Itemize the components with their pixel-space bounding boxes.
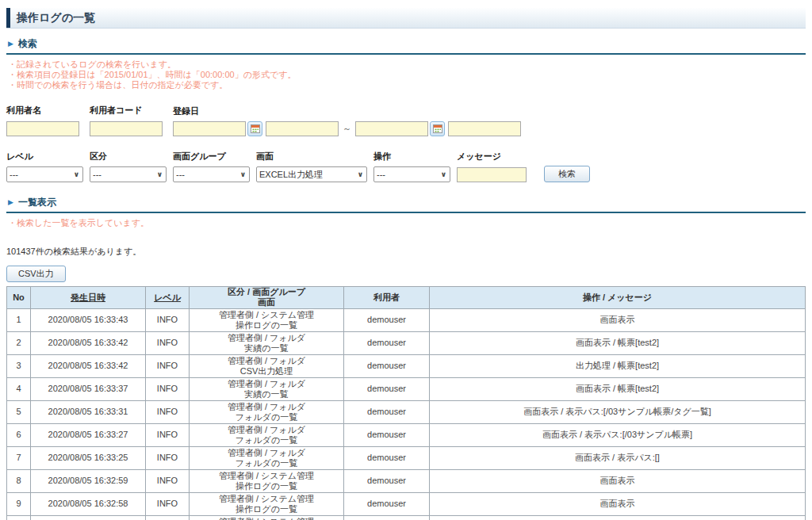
cell-user: demouser [344,308,430,331]
column-header-no: No [7,286,31,308]
cell-no: 10 [7,515,31,520]
time-from-input[interactable] [266,121,339,136]
csv-export-button[interactable]: CSV出力 [6,266,66,282]
cell-user: demouser [344,331,430,354]
cell-level: INFO [146,492,190,515]
cell-category: 管理者側 / システム管理 操作ログの一覧 [190,492,344,515]
cell-user: demouser [344,469,430,492]
page-title-text: 操作ログの一覧 [17,8,95,28]
cell-no: 2 [7,331,31,354]
date-range-separator: ～ [343,123,351,135]
note-line: ・検索した一覧を表示しています。 [8,218,806,228]
level-field: レベル --- [6,151,83,182]
message-label: メッセージ [457,151,527,162]
screen-group-select[interactable]: --- [173,166,250,182]
message-field: メッセージ [457,151,527,182]
cell-message: 画面表示 / 表示パス:[] [430,446,806,469]
cell-user: demouser [344,400,430,423]
calendar-icon [433,124,442,133]
cell-no: 1 [7,308,31,331]
cell-level: INFO [146,308,190,331]
cell-user: demouser [344,492,430,515]
cell-datetime: 2020/08/05 16:33:25 [31,446,146,469]
screen-group-field: 画面グループ --- [173,151,250,182]
search-section-title: 検索 [18,37,37,51]
cell-no: 6 [7,423,31,446]
screen-select-wrap: EXCEL出力処理 [256,166,367,182]
operation-select[interactable]: --- [373,166,450,182]
date-from-input[interactable] [173,121,246,136]
sort-level-link[interactable]: レベル [154,292,181,302]
cell-no: 7 [7,446,31,469]
cell-message: 画面表示 / 帳票[test2] [430,331,806,354]
cell-message: 画面表示 [430,308,806,331]
table-row: 2 2020/08/05 16:33:42 INFO 管理者側 / フォルダ 実… [7,331,806,354]
table-row: 6 2020/08/05 16:33:27 INFO 管理者側 / フォルダ フ… [7,423,806,446]
log-table: No 発生日時 レベル 区分 / 画面グループ 画面 利用者 操作 / メッセー… [6,286,806,520]
cell-category: 管理者側 / フォルダ フォルダの一覧 [190,446,344,469]
cell-message: 画面表示 / 帳票[test2] [430,377,806,400]
category-label: 区分 [90,151,167,162]
cell-message: 画面表示 / 表示パス:[/03サンプル帳票] [430,423,806,446]
cell-level: INFO [146,515,190,520]
cell-datetime: 2020/08/05 16:32:58 [31,492,146,515]
time-to-input[interactable] [448,121,521,136]
cell-datetime: 2020/08/05 16:33:42 [31,331,146,354]
user-name-field: 利用者名 [6,105,79,136]
operation-label: 操作 [373,151,450,162]
user-code-field: 利用者コード [90,105,163,136]
cell-no: 9 [7,492,31,515]
page-title: 操作ログの一覧 [6,8,806,29]
section-arrow-icon: ▶ [8,199,13,206]
screen-group-select-wrap: --- [173,166,250,182]
screen-field: 画面 EXCEL出力処理 [256,151,367,182]
user-name-input[interactable] [6,121,79,136]
screen-select[interactable]: EXCEL出力処理 [256,166,367,182]
date-to-input[interactable] [355,121,428,136]
cell-level: INFO [146,400,190,423]
table-row: 1 2020/08/05 16:33:43 INFO 管理者側 / システム管理… [7,308,806,331]
message-input[interactable] [457,167,527,182]
list-section-title: 一覧表示 [18,196,56,209]
log-table-header: No 発生日時 レベル 区分 / 画面グループ 画面 利用者 操作 / メッセー… [7,286,806,308]
category-field: 区分 --- [90,151,167,182]
column-header-operation: 操作 / メッセージ [430,286,806,308]
cell-category: 管理者側 / システム管理 操作ログの一覧 [190,515,344,520]
cell-category: 管理者側 / フォルダ フォルダの一覧 [190,400,344,423]
sort-datetime-link[interactable]: 発生日時 [71,292,105,302]
reg-date-field: 登録日 ～ [173,105,521,136]
result-count: 101437件の検索結果があります。 [6,246,806,258]
column-header-datetime: 発生日時 [31,286,146,308]
operation-select-wrap: --- [373,166,450,182]
cell-category: 管理者側 / フォルダ CSV出力処理 [190,354,344,377]
cell-level: INFO [146,446,190,469]
screen-group-label: 画面グループ [173,151,250,162]
search-notes: ・記録されているログの検索を行います。 ・検索項目の登録日は「2015/01/0… [8,59,806,90]
calendar-to-button[interactable] [430,121,445,136]
user-code-label: 利用者コード [90,105,163,117]
column-header-category: 区分 / 画面グループ 画面 [190,286,344,308]
table-row: 5 2020/08/05 16:33:31 INFO 管理者側 / フォルダ フ… [7,400,806,423]
cell-datetime: 2020/08/05 16:33:43 [31,308,146,331]
search-button[interactable]: 検索 [544,166,590,182]
calendar-from-button[interactable] [247,121,262,136]
log-table-body: 1 2020/08/05 16:33:43 INFO 管理者側 / システム管理… [7,308,806,520]
cell-level: INFO [146,469,190,492]
search-section-header: ▶ 検索 [6,35,806,55]
category-select[interactable]: --- [90,166,167,182]
level-select[interactable]: --- [6,166,83,182]
operation-field: 操作 --- [373,151,450,182]
calendar-icon [251,124,260,133]
cell-level: INFO [146,331,190,354]
table-row: 4 2020/08/05 16:33:37 INFO 管理者側 / フォルダ 実… [7,377,806,400]
cell-category: 管理者側 / フォルダ フォルダの一覧 [190,423,344,446]
user-code-input[interactable] [90,121,163,136]
screen-label: 画面 [256,151,367,162]
cell-datetime: 2020/08/05 16:32:59 [31,469,146,492]
cell-no: 8 [7,469,31,492]
note-line: ・検索項目の登録日は「2015/01/01」、時間は「00:00:00」の形式で… [8,70,806,80]
table-row: 9 2020/08/05 16:32:58 INFO 管理者側 / システム管理… [7,492,806,515]
list-section-header: ▶ 一覧表示 [6,193,806,213]
cell-category: 管理者側 / フォルダ 実績の一覧 [190,331,344,354]
note-line: ・時間での検索を行う場合は、日付の指定が必要です。 [8,80,806,90]
